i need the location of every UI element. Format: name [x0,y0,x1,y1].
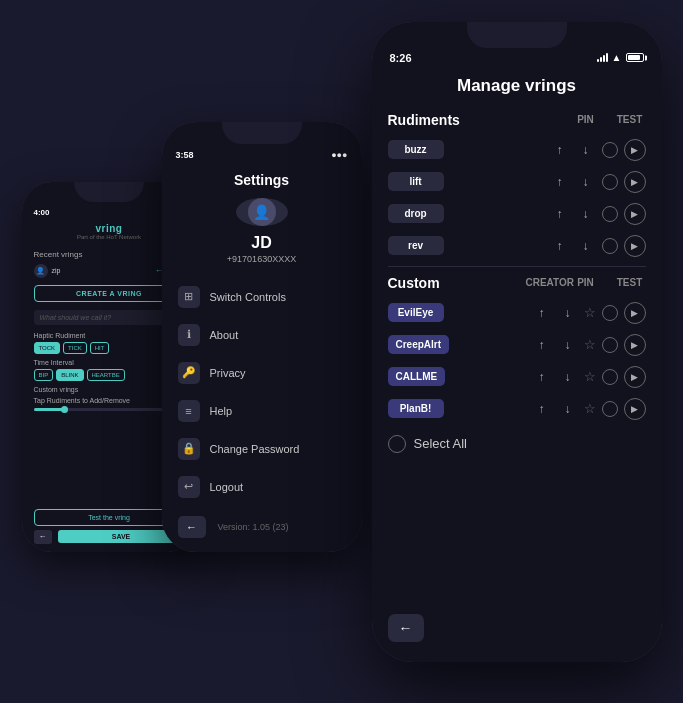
lift-controls: ↑ ↓ ▶ [450,171,646,193]
planb-up[interactable]: ↑ [532,399,552,419]
drop-down[interactable]: ↓ [576,204,596,224]
rev-play[interactable]: ▶ [624,235,646,257]
lift-pin-radio[interactable] [602,174,618,190]
evileye-play[interactable]: ▶ [624,302,646,324]
switch-controls-label: Switch Controls [210,291,286,303]
callme-controls: ↑ ↓ ☆ ▶ [451,366,645,388]
mid-status-bar: 3:58 ●●● [162,146,362,164]
battery-icon [626,53,644,62]
planb-star[interactable]: ☆ [584,401,596,416]
chip-blink[interactable]: BLINK [56,369,83,381]
evileye-pin-radio[interactable] [602,305,618,321]
user-icon: 👤 [34,264,48,278]
creepalrt-pin-radio[interactable] [602,337,618,353]
planb-pin-radio[interactable] [602,401,618,417]
callme-down[interactable]: ↓ [558,367,578,387]
mid-time: 3:58 [176,150,194,160]
buzz-pin-radio[interactable] [602,142,618,158]
rudiments-col-labels: PIN TEST [570,114,646,125]
left-time: 4:00 [34,208,50,217]
custom-row-evileye: EvilEye ↑ ↓ ☆ ▶ [372,297,662,329]
logout-icon: ↩ [178,476,200,498]
slider-thumb[interactable] [61,406,68,413]
planb-controls: ↑ ↓ ☆ ▶ [450,398,646,420]
right-footer: ← [372,604,662,662]
planb-play[interactable]: ▶ [624,398,646,420]
creepalrt-down[interactable]: ↓ [558,335,578,355]
chip-hit[interactable]: HIT [90,342,110,354]
select-all-radio[interactable] [388,435,406,453]
buzz-tag: buzz [388,140,444,159]
rev-controls: ↑ ↓ ▶ [450,235,646,257]
test-col-label: TEST [614,114,646,125]
rev-up[interactable]: ↑ [550,236,570,256]
creepalrt-up[interactable]: ↑ [532,335,552,355]
custom-pin-col-label: PIN [570,277,602,288]
drop-up[interactable]: ↑ [550,204,570,224]
buzz-up[interactable]: ↑ [550,140,570,160]
drop-pin-radio[interactable] [602,206,618,222]
drop-play[interactable]: ▶ [624,203,646,225]
callme-up[interactable]: ↑ [532,367,552,387]
menu-item-privacy[interactable]: 🔑 Privacy [162,354,362,392]
custom-header: Custom CREATOR PIN TEST [372,271,662,297]
chip-heartbeat[interactable]: HEARTBE [87,369,125,381]
callme-star[interactable]: ☆ [584,369,596,384]
evileye-down[interactable]: ↓ [558,303,578,323]
creepalrt-play[interactable]: ▶ [624,334,646,356]
rudiment-row-rev: rev ↑ ↓ ▶ [372,230,662,262]
menu-item-help[interactable]: ≡ Help [162,392,362,430]
planb-down[interactable]: ↓ [558,399,578,419]
phone-middle-screen: 3:58 ●●● Settings 👤 JD +91701630XXXX ⊞ S… [162,122,362,552]
rev-down[interactable]: ↓ [576,236,596,256]
menu-item-change-password[interactable]: 🔒 Change Password [162,430,362,468]
right-time: 8:26 [390,52,412,64]
chip-tick[interactable]: TICK [63,342,87,354]
lift-down[interactable]: ↓ [576,172,596,192]
buzz-controls: ↑ ↓ ▶ [450,139,646,161]
lift-play[interactable]: ▶ [624,171,646,193]
evileye-controls: ↑ ↓ ☆ ▶ [450,302,646,324]
menu-item-about[interactable]: ℹ About [162,316,362,354]
chip-tock[interactable]: TOCK [34,342,61,354]
select-all-row[interactable]: Select All [372,425,662,463]
drop-tag: drop [388,204,444,223]
chip-bip[interactable]: BIP [34,369,54,381]
slider-fill [34,408,64,411]
rudiment-row-drop: drop ↑ ↓ ▶ [372,198,662,230]
user-phone: +91701630XXXX [162,254,362,264]
menu-item-switch-controls[interactable]: ⊞ Switch Controls [162,278,362,316]
rudiments-header: Rudiments PIN TEST [372,108,662,134]
evileye-star[interactable]: ☆ [584,305,596,320]
evileye-tag: EvilEye [388,303,444,322]
lock-icon: 🔒 [178,438,200,460]
select-all-label: Select All [414,436,467,451]
rudiment-row-lift: lift ↑ ↓ ▶ [372,166,662,198]
phones-container: 4:00 ●● vring Part of the HoT Network Re… [22,22,662,682]
right-status-icons: ▲ [597,52,644,63]
mid-back-button[interactable]: ← [178,516,206,538]
menu-item-logout[interactable]: ↩ Logout [162,468,362,506]
manage-vrings-title: Manage vrings [372,70,662,108]
signal-icon [597,53,608,62]
drop-controls: ↑ ↓ ▶ [450,203,646,225]
buzz-down[interactable]: ↓ [576,140,596,160]
evileye-up[interactable]: ↑ [532,303,552,323]
about-label: About [210,329,239,341]
phone-right: 8:26 ▲ Manage vrings Rudiments [372,22,662,662]
recent-name: zip [52,267,151,274]
divider [388,266,646,267]
phone-middle: 3:58 ●●● Settings 👤 JD +91701630XXXX ⊞ S… [162,122,362,552]
change-password-label: Change Password [210,443,300,455]
privacy-icon: 🔑 [178,362,200,384]
rev-tag: rev [388,236,444,255]
right-back-button[interactable]: ← [388,614,424,642]
creepalrt-star[interactable]: ☆ [584,337,596,352]
rev-pin-radio[interactable] [602,238,618,254]
rudiment-row-buzz: buzz ↑ ↓ ▶ [372,134,662,166]
callme-play[interactable]: ▶ [624,366,646,388]
buzz-play[interactable]: ▶ [624,139,646,161]
callme-pin-radio[interactable] [602,369,618,385]
lift-up[interactable]: ↑ [550,172,570,192]
back-button[interactable]: ← [34,530,52,544]
